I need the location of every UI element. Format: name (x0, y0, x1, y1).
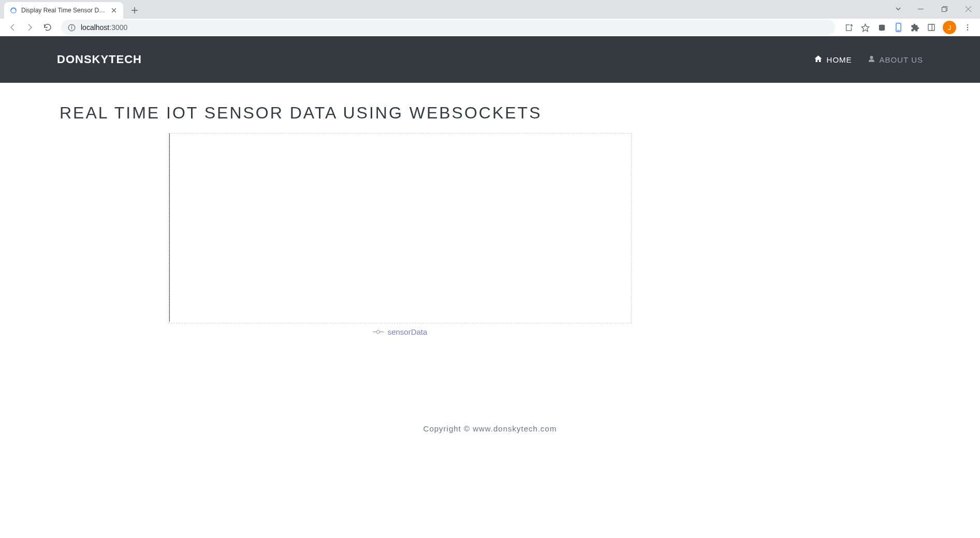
browser-tab[interactable]: Display Real Time Sensor Data th (4, 2, 123, 19)
chart-y-axis (169, 133, 170, 322)
bookmark-star-icon[interactable] (858, 20, 872, 35)
tab-bar: Display Real Time Sensor Data th (0, 0, 980, 19)
legend-marker-icon (373, 330, 384, 334)
share-icon[interactable] (841, 20, 856, 35)
svg-point-20 (870, 56, 873, 59)
svg-rect-15 (928, 24, 934, 31)
tab-title: Display Real Time Sensor Data th (21, 7, 106, 14)
svg-rect-6 (942, 7, 946, 11)
footer-copyright: Copyright © www.donskytech.com (60, 414, 920, 443)
page-content: DONSKYTECH HOME ABOUT US (0, 36, 980, 464)
nav-label: HOME (827, 55, 852, 64)
site-header: DONSKYTECH HOME ABOUT US (0, 36, 980, 83)
brand-logo[interactable]: DONSKYTECH (57, 53, 142, 66)
browser-chrome: Display Real Time Sensor Data th (0, 0, 980, 36)
chart-container: sensorData (168, 133, 632, 336)
extension-2-icon[interactable] (891, 20, 905, 35)
tab-favicon-icon (9, 6, 18, 14)
maximize-button[interactable] (932, 0, 956, 18)
profile-initial: J (948, 24, 952, 32)
url-bar[interactable]: localhost:3000 (61, 20, 835, 35)
address-bar: localhost:3000 (0, 19, 980, 36)
tab-close-icon[interactable] (110, 6, 118, 14)
toolbar-icons: J (841, 20, 975, 35)
nav-item-home[interactable]: HOME (814, 54, 852, 65)
site-info-icon[interactable] (67, 23, 76, 32)
page-title: REAL TIME IOT SENSOR DATA USING WEBSOCKE… (60, 103, 920, 123)
svg-point-19 (967, 29, 968, 30)
chart-legend: sensorData (168, 327, 632, 336)
reload-button[interactable] (40, 20, 55, 35)
extension-1-icon[interactable] (874, 20, 889, 35)
url-text: localhost:3000 (81, 23, 127, 32)
nav-label: ABOUT US (880, 55, 923, 64)
main-content: REAL TIME IOT SENSOR DATA USING WEBSOCKE… (0, 83, 980, 464)
nav-item-about[interactable]: ABOUT US (868, 55, 923, 64)
close-window-button[interactable] (956, 0, 980, 18)
nav-menu: HOME ABOUT US (814, 54, 923, 65)
extensions-puzzle-icon[interactable] (908, 20, 922, 35)
profile-avatar[interactable]: J (943, 21, 956, 34)
svg-point-18 (967, 27, 968, 28)
home-icon (814, 54, 823, 65)
window-controls (888, 0, 980, 18)
chart-plot-area (168, 133, 632, 323)
forward-button[interactable] (23, 20, 37, 35)
new-tab-button[interactable] (127, 3, 142, 18)
side-panel-icon[interactable] (924, 20, 939, 35)
svg-point-11 (71, 26, 72, 26)
svg-point-17 (967, 24, 968, 25)
svg-rect-12 (879, 24, 884, 30)
more-menu-icon[interactable] (960, 20, 975, 35)
minimize-button[interactable] (909, 0, 932, 18)
legend-label: sensorData (388, 327, 428, 336)
back-button[interactable] (5, 20, 20, 35)
user-icon (868, 55, 875, 64)
tab-search-chevron-icon[interactable] (888, 0, 909, 18)
